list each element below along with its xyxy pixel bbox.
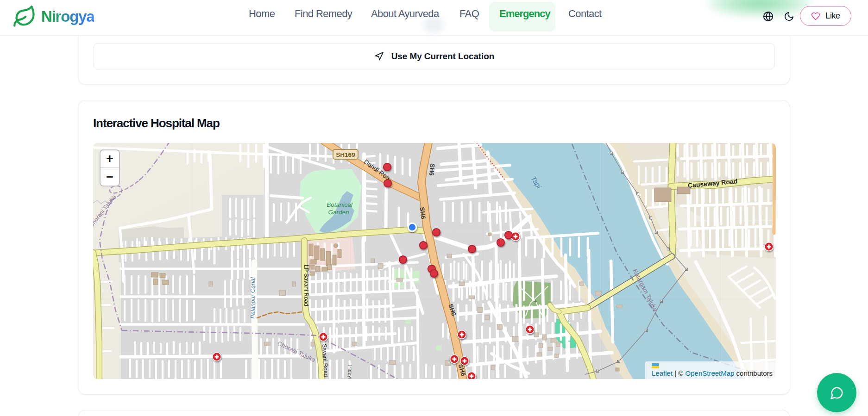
svg-text:Botanical: Botanical xyxy=(327,201,353,208)
svg-text:Palanpur Canal: Palanpur Canal xyxy=(249,277,256,319)
svg-text:Garden: Garden xyxy=(328,209,349,216)
svg-text:Hidaya: Hidaya xyxy=(347,365,353,379)
svg-text:SH169: SH169 xyxy=(336,151,355,158)
svg-text:LP Savani Road: LP Savani Road xyxy=(303,265,309,306)
svg-text:SH6: SH6 xyxy=(428,163,436,176)
svg-text:♣: ♣ xyxy=(534,299,537,304)
